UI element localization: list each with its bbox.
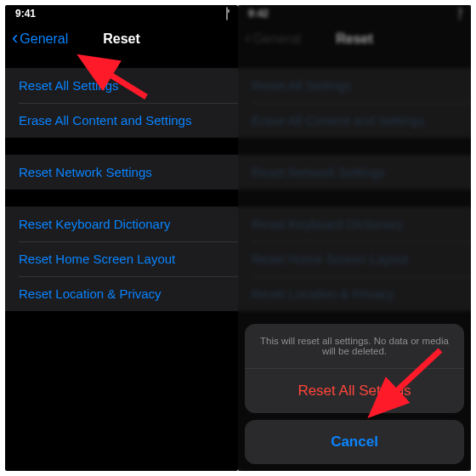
- phone-left: 9:41 ‹ General Reset Reset All Settings …: [5, 5, 238, 471]
- status-bar: 9:41: [5, 5, 238, 22]
- group-1: Reset All Settings Erase All Content and…: [5, 68, 238, 138]
- row-reset-network[interactable]: Reset Network Settings: [5, 155, 238, 190]
- action-reset-all-settings[interactable]: Reset All Settings: [245, 369, 464, 413]
- group-3: Reset Keyboard Dictionary Reset Home Scr…: [5, 207, 238, 311]
- row-erase-all-content[interactable]: Erase All Content and Settings: [5, 103, 238, 138]
- battery-icon: [226, 8, 228, 20]
- phone-right: 9:42 ‹ General Reset Reset All Settings …: [238, 5, 471, 471]
- row-reset-home-screen[interactable]: Reset Home Screen Layout: [5, 241, 238, 276]
- status-time: 9:41: [15, 8, 36, 20]
- row-reset-location[interactable]: Reset Location & Privacy: [5, 276, 238, 311]
- action-sheet-group: This will reset all settings. No data or…: [245, 324, 464, 413]
- action-sheet: This will reset all settings. No data or…: [245, 324, 464, 464]
- group-2: Reset Network Settings: [5, 155, 238, 190]
- row-reset-all-settings[interactable]: Reset All Settings: [5, 68, 238, 103]
- nav-bar: ‹ General Reset: [5, 22, 238, 56]
- action-cancel[interactable]: Cancel: [245, 420, 464, 464]
- chevron-left-icon: ‹: [12, 29, 18, 48]
- back-button[interactable]: ‹ General: [5, 31, 68, 48]
- back-label: General: [20, 31, 68, 47]
- action-sheet-message: This will reset all settings. No data or…: [245, 324, 464, 369]
- row-reset-keyboard[interactable]: Reset Keyboard Dictionary: [5, 207, 238, 241]
- status-right: [226, 8, 228, 20]
